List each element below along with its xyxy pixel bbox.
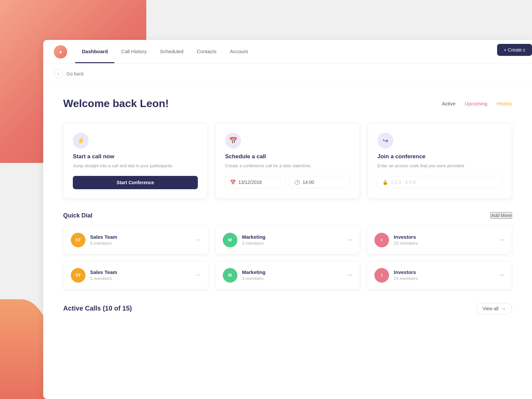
start-call-title: Start a call now [73,153,198,160]
time-input[interactable]: 🕐 14:00 [289,176,350,189]
create-button[interactable]: + Create c [497,44,532,56]
access-code-input[interactable]: 🔒 1 2 3 - 4 5 6 [377,176,502,189]
header-row: Welcome back Leon! Active Upcoming Histo… [63,97,512,110]
view-all-label: View all [482,306,498,311]
dial-name-st2: Sales Team [90,269,190,275]
dial-arrow-m1: → [346,236,352,243]
dial-name-i1: Investors [394,234,494,240]
nav-right: Howd + Create c [509,49,521,55]
nav-tab-call-history[interactable]: Call History [114,41,153,63]
dial-members-m1: 3 members [242,241,342,246]
quick-dial-header: Quick Dial Add More [63,212,512,219]
logo-icon: ● [59,49,62,55]
dial-info-i2: Investors 23 members [394,269,494,281]
back-nav: ← Go back [43,64,532,84]
dial-members-st2: 5 members [90,276,190,281]
main-content: Welcome back Leon! Active Upcoming Histo… [43,84,532,328]
view-all-arrow-icon: → [501,306,506,311]
dial-info-st2: Sales Team 5 members [90,269,190,281]
nav-tab-contacts[interactable]: Contacts [190,41,223,63]
time-value: 14:00 [303,180,314,185]
start-conference-button[interactable]: Start Conference [73,176,198,189]
schedule-call-icon: 📅 [225,133,241,149]
filter-tab-active[interactable]: Active [442,101,456,106]
dial-avatar-m1: M [223,233,237,247]
dial-name-i2: Investors [394,269,494,275]
clock-icon: 🕐 [294,180,300,185]
dial-arrow-st2: → [195,272,201,279]
nav-tab-dashboard[interactable]: Dashboard [75,41,114,63]
dial-avatar-st1: ST [71,233,85,247]
dial-members-i1: 23 members [394,241,494,246]
active-calls-header: Active Calls (10 of 15) View all → [63,303,512,314]
dial-info-i1: Investors 23 members [394,234,494,246]
dial-avatar-st2: ST [71,268,85,283]
lock-icon: 🔒 [382,180,388,185]
nav-logo: ● [54,45,67,59]
dial-info-st1: Sales Team 5 members [90,234,190,246]
dial-name-m2: Marketing [242,269,342,275]
start-call-card: ⚡ Start a call now Jump straight into a … [63,123,207,199]
active-calls-title: Active Calls (10 of 15) [63,305,132,312]
nav-tab-account[interactable]: Account [223,41,254,63]
active-calls-section: Active Calls (10 of 15) View all → [63,303,512,314]
filter-tab-history[interactable]: History [496,101,512,106]
schedule-inputs: 📅 13/12/2018 🕐 14:00 [225,176,350,189]
schedule-call-title: Schedule a call [225,153,350,160]
dial-avatar-i2: I [374,268,389,283]
add-more-button[interactable]: Add More [490,212,512,219]
schedule-call-card: 📅 Schedule a call Create a conference ca… [215,123,360,199]
dial-info-m1: Marketing 3 members [242,234,342,246]
join-conference-title: Join a conference [377,153,502,160]
nav-tabs: Dashboard Call History Scheduled Contact… [75,41,509,63]
app-container: ● Dashboard Call History Scheduled Conta… [43,40,532,399]
date-input[interactable]: 📅 13/12/2018 [225,176,286,189]
back-nav-text: Go back [66,71,84,76]
dial-avatar-i1: I [374,233,389,247]
schedule-call-desc: Create a conference call for a later dat… [225,163,350,169]
dial-arrow-i2: → [498,272,504,279]
dial-card-investors-1[interactable]: I Investors 23 members → [367,226,512,254]
dial-members-i2: 23 members [394,276,494,281]
filter-tab-upcoming[interactable]: Upcoming [465,101,487,106]
start-call-desc: Jump straight into a call and dial in yo… [73,163,198,169]
dial-members-m2: 3 members [242,276,342,281]
welcome-title: Welcome back Leon! [63,97,169,110]
dial-card-sales-team-1[interactable]: ST Sales Team 5 members → [63,226,208,254]
dial-info-m2: Marketing 3 members [242,269,342,281]
nav-bar: ● Dashboard Call History Scheduled Conta… [43,40,532,64]
dial-card-marketing-2[interactable]: M Marketing 3 members → [215,261,360,290]
action-cards: ⚡ Start a call now Jump straight into a … [63,123,512,199]
back-arrow-button[interactable]: ← [54,69,63,78]
dial-arrow-m2: → [346,272,352,279]
access-code-placeholder: 1 2 3 - 4 5 6 [391,180,416,185]
dial-name-m1: Marketing [242,234,342,240]
view-all-button[interactable]: View all → [476,303,512,314]
dial-members-st1: 5 members [90,241,190,246]
dial-arrow-st1: → [195,236,201,243]
quick-dial-grid: ST Sales Team 5 members → M Marketing 3 … [63,226,512,290]
dial-card-sales-team-2[interactable]: ST Sales Team 5 members → [63,261,208,290]
dial-name-st1: Sales Team [90,234,190,240]
quick-dial-title: Quick Dial [63,212,92,219]
dial-card-investors-2[interactable]: I Investors 23 members → [367,261,512,290]
join-conference-desc: Enter an access code that you were provi… [377,163,502,169]
date-value: 13/12/2018 [238,180,262,185]
join-conference-icon: ↪ [377,133,393,149]
calendar-icon: 📅 [230,180,236,185]
join-conference-card: ↪ Join a conference Enter an access code… [368,123,512,199]
start-call-icon: ⚡ [73,133,89,149]
dial-avatar-m2: M [223,268,237,283]
dial-card-marketing-1[interactable]: M Marketing 3 members → [215,226,360,254]
filter-tabs: Active Upcoming History [442,101,512,106]
dial-arrow-i1: → [498,236,504,243]
nav-tab-scheduled[interactable]: Scheduled [153,41,190,63]
